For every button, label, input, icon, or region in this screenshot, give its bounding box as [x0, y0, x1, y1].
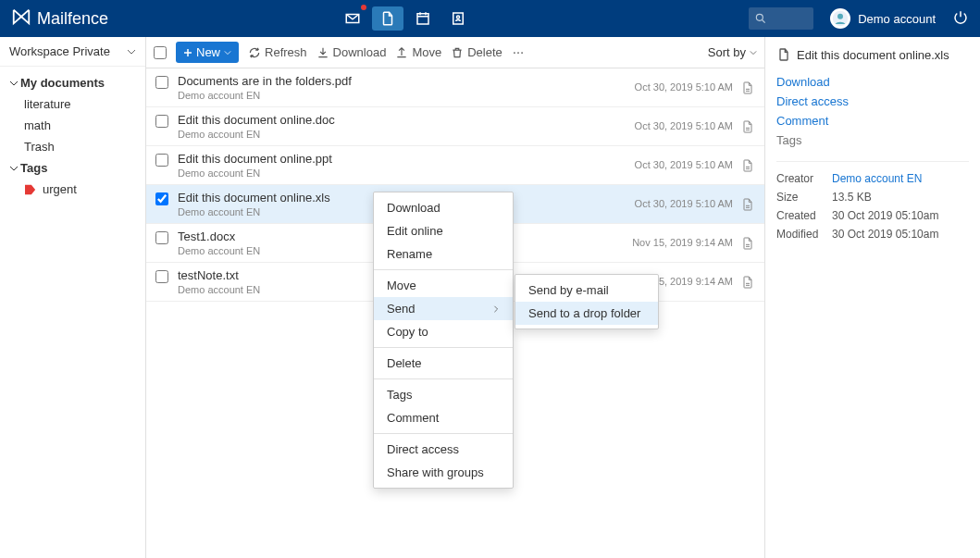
detail-download[interactable]: Download: [776, 72, 969, 92]
ctx-send-email[interactable]: Send by e-mail: [515, 279, 658, 302]
details-panel: Edit this document online.xls Download D…: [765, 37, 980, 558]
account-name: Demo account: [858, 12, 936, 26]
separator: [374, 269, 513, 270]
file-checkbox[interactable]: [155, 231, 168, 244]
toolbar: New Refresh Download Move Delete: [146, 37, 764, 68]
more-button[interactable]: [512, 46, 525, 59]
refresh-button[interactable]: Refresh: [248, 45, 307, 59]
workspace-selector[interactable]: Workspace Private: [0, 37, 145, 67]
notification-dot: [361, 5, 366, 10]
ctx-rename[interactable]: Rename: [374, 242, 513, 266]
ctx-send-drop-folder[interactable]: Send to a drop folder: [515, 302, 658, 325]
tree-item-tag-urgent[interactable]: urgent: [0, 179, 145, 200]
power-icon[interactable]: [952, 9, 969, 29]
trash-icon: [451, 46, 464, 59]
workspace-label: Workspace Private: [9, 44, 110, 58]
file-row[interactable]: Edit this document online.doc Demo accou…: [146, 107, 764, 146]
detail-direct-access[interactable]: Direct access: [776, 92, 969, 111]
tree-item-trash[interactable]: Trash: [0, 136, 145, 157]
ctx-edit-online[interactable]: Edit online: [374, 219, 513, 242]
context-menu: Download Edit online Rename Move Send Co…: [373, 192, 514, 489]
ctx-copy-to[interactable]: Copy to: [374, 320, 513, 343]
nav-contacts[interactable]: [442, 6, 474, 31]
file-type-icon: [740, 80, 755, 99]
ctx-send[interactable]: Send: [374, 297, 513, 320]
select-all-checkbox[interactable]: [154, 46, 167, 59]
file-type-icon: [740, 235, 755, 254]
file-date: Oct 30, 2019 5:10 AM: [635, 159, 733, 170]
file-date: Oct 30, 2019 5:10 AM: [635, 81, 733, 93]
tree-item-literature[interactable]: literature: [0, 93, 145, 115]
meta-created: 30 Oct 2019 05:10am: [832, 209, 938, 222]
detail-tags[interactable]: Tags: [776, 130, 969, 150]
file-checkbox[interactable]: [155, 115, 168, 128]
chevron-down-icon: [750, 49, 757, 56]
download-button[interactable]: Download: [316, 45, 387, 59]
file-type-icon: [740, 196, 755, 216]
file-row[interactable]: Edit this document online.ppt Demo accou…: [146, 146, 764, 185]
separator: [374, 347, 513, 348]
svg-point-8: [517, 52, 519, 54]
ctx-download[interactable]: Download: [374, 196, 513, 219]
search-input[interactable]: [749, 7, 813, 30]
tree-section-my-documents[interactable]: My documents: [0, 72, 145, 93]
file-icon: [776, 46, 791, 63]
file-type-icon: [740, 157, 755, 177]
svg-point-4: [757, 14, 763, 20]
detail-comment[interactable]: Comment: [776, 111, 969, 130]
file-type-icon: [740, 118, 755, 138]
nav-mail[interactable]: [337, 6, 368, 31]
file-checkbox[interactable]: [155, 76, 168, 89]
file-checkbox[interactable]: [155, 154, 168, 167]
file-row[interactable]: Documents are in the folders.pdf Demo ac…: [146, 68, 764, 107]
file-date: Oct 30, 2019 5:10 AM: [635, 198, 733, 209]
nav-calendar[interactable]: [407, 6, 439, 31]
chevron-down-icon: [9, 164, 19, 173]
meta-size: 13.5 KB: [832, 191, 872, 204]
ctx-move[interactable]: Move: [374, 274, 513, 297]
avatar: [830, 8, 850, 29]
detail-meta: CreatorDemo account EN Size13.5 KB Creat…: [776, 161, 969, 243]
svg-point-9: [521, 52, 523, 54]
file-name: Documents are in the folders.pdf: [178, 74, 635, 88]
delete-button[interactable]: Delete: [451, 45, 502, 59]
ctx-delete[interactable]: Delete: [374, 352, 513, 375]
file-owner: Demo account EN: [178, 129, 635, 140]
ctx-share-groups[interactable]: Share with groups: [374, 461, 513, 484]
ctx-comment[interactable]: Comment: [374, 406, 513, 429]
context-submenu: Send by e-mail Send to a drop folder: [515, 274, 659, 329]
nav-documents[interactable]: [372, 6, 403, 31]
svg-point-3: [457, 16, 460, 19]
chevron-down-icon: [127, 47, 136, 56]
file-checkbox[interactable]: [155, 192, 168, 205]
svg-point-6: [837, 14, 843, 19]
separator: [374, 433, 513, 434]
tree-section-tags[interactable]: Tags: [0, 157, 145, 179]
more-icon: [512, 46, 525, 59]
ctx-direct-access[interactable]: Direct access: [374, 438, 513, 461]
new-button[interactable]: New: [176, 42, 239, 63]
plus-icon: [183, 48, 192, 57]
account-menu[interactable]: Demo account: [830, 8, 936, 29]
svg-point-7: [514, 52, 515, 54]
search-icon: [754, 12, 767, 25]
app-header: Mailfence Demo account: [0, 0, 980, 37]
meta-modified: 30 Oct 2019 05:10am: [832, 228, 938, 241]
tree-item-math[interactable]: math: [0, 115, 145, 136]
file-checkbox[interactable]: [155, 270, 168, 283]
file-name: Edit this document online.doc: [178, 113, 635, 127]
svg-rect-1: [417, 14, 428, 24]
detail-title: Edit this document online.xls: [776, 46, 969, 63]
move-button[interactable]: Move: [395, 45, 441, 59]
file-owner: Demo account EN: [178, 167, 635, 179]
sort-by[interactable]: Sort by: [708, 45, 757, 59]
mailfence-logo-icon: [11, 6, 31, 31]
meta-creator[interactable]: Demo account EN: [832, 172, 922, 185]
download-icon: [316, 46, 329, 59]
move-icon: [395, 46, 408, 59]
chevron-right-icon: [492, 302, 500, 316]
ctx-tags[interactable]: Tags: [374, 383, 513, 406]
file-owner: Demo account EN: [178, 90, 635, 101]
tag-icon: [24, 184, 37, 195]
header-right: Demo account: [749, 7, 969, 30]
